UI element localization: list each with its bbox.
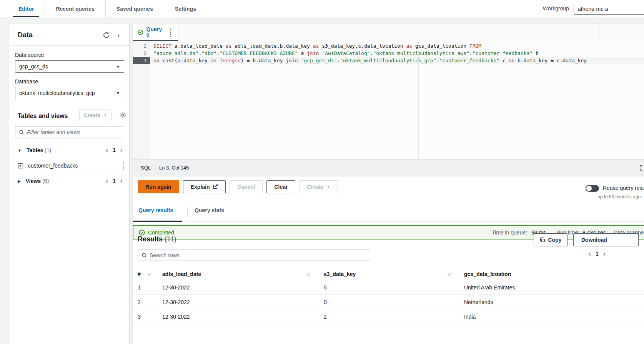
reuse-results-toggle[interactable] — [586, 185, 599, 192]
explain-button[interactable]: Explain — [183, 180, 226, 193]
query-editor-panel: Query 2 ⋮⋮⋮ 123 SELECT a.data_load_date … — [133, 23, 644, 344]
download-label: Download — [581, 237, 607, 243]
views-section-header[interactable]: ▶ Views (0) — [18, 178, 49, 184]
gear-icon[interactable] — [119, 111, 127, 119]
data-source-select[interactable]: gcp_gcs_ds ▼ — [15, 60, 124, 73]
code-line: on cast(a.data_key as integer) = b.data_… — [151, 57, 644, 64]
divider — [187, 207, 188, 217]
run-again-button[interactable]: Run again — [138, 180, 179, 193]
table-cell: 12-30-2022 — [162, 314, 190, 320]
create-button[interactable]: Create ▼ — [299, 180, 338, 193]
tables-section-header[interactable]: ▼ Tables (1) — [18, 147, 51, 153]
tab-recent-queries-label: Recent queries — [56, 6, 94, 12]
fullscreen-icon[interactable] — [640, 165, 644, 171]
search-rows-placeholder: Search rows — [150, 252, 180, 258]
triangle-right-icon: ▶ — [18, 179, 21, 183]
table-row[interactable]: 212-30-20220Netherlands — [133, 295, 644, 309]
search-icon — [141, 253, 147, 258]
page-next-icon[interactable]: › — [120, 177, 123, 184]
create-table-button[interactable]: Create ▼ — [79, 110, 111, 121]
tab-recent-queries[interactable]: Recent queries — [45, 0, 105, 17]
toggle-knob — [586, 186, 592, 191]
divider — [8, 106, 129, 106]
sql-code-editor[interactable]: 123 SELECT a.data_load_date as adls_load… — [133, 41, 644, 159]
editor-code-lines: SELECT a.data_load_date as adls_load_dat… — [151, 42, 644, 64]
chevron-down-icon: ▼ — [103, 113, 107, 117]
query-tab[interactable]: Query 2 ⋮⋮⋮ — [133, 23, 178, 41]
data-source-value: gcp_gcs_ds — [19, 63, 48, 70]
code-line: SELECT a.data_load_date as adls_load_dat… — [151, 42, 644, 50]
download-button[interactable]: Download — [573, 233, 639, 246]
views-pagination: ‹ 1 › — [106, 177, 123, 184]
column-filter-icon[interactable]: ▽ — [148, 272, 151, 277]
table-row[interactable]: 112-30-20225United Arab Emirates — [133, 280, 644, 295]
create-table-label: Create — [84, 112, 101, 118]
results-title: Results (11) — [138, 235, 176, 243]
active-tab-underline — [133, 221, 182, 222]
filter-tables-input[interactable]: Filter tables and views — [15, 126, 124, 138]
column-filter-icon[interactable]: ▽ — [307, 272, 310, 277]
reuse-results-sublabel: up to 60 minutes ago — [597, 194, 641, 199]
divider — [133, 221, 644, 222]
tab-editor-label: Editor — [18, 6, 34, 12]
refresh-icon[interactable] — [103, 32, 110, 39]
copy-label: Copy — [548, 237, 562, 243]
tab-query-stats-label: Query stats — [195, 207, 224, 213]
page-prev-icon[interactable]: ‹ — [106, 177, 108, 184]
editor-gutter: 123 — [133, 41, 150, 159]
results-page-number: 1 — [596, 251, 599, 257]
query-status-text: Completed — [148, 229, 174, 236]
table-cell: 2 — [324, 314, 327, 320]
table-item-customer-feedbacks[interactable]: customer_feedbacks — [18, 163, 78, 169]
results-pagination: ‹ 1 › — [589, 250, 606, 257]
column-header-adls-load-date[interactable]: adls_load_date — [162, 271, 201, 277]
copy-button[interactable]: Copy — [534, 233, 567, 246]
tab-query-results-label: Query results — [138, 207, 173, 213]
table-row[interactable]: 312-30-20222India — [133, 309, 644, 324]
check-circle-icon — [139, 229, 145, 236]
divider — [8, 160, 129, 160]
page-next-icon[interactable]: › — [603, 250, 606, 257]
page-prev-icon[interactable]: ‹ — [589, 250, 591, 257]
tab-editor[interactable]: Editor — [8, 0, 45, 17]
clear-button[interactable]: Clear — [266, 180, 295, 193]
workgroup-label: Workgroup — [543, 5, 569, 12]
run-again-label: Run again — [145, 184, 171, 190]
chevron-down-icon: ▼ — [116, 65, 120, 69]
triangle-down-icon: ▼ — [18, 148, 22, 153]
tab-saved-queries[interactable]: Saved queries — [106, 0, 164, 17]
table-cell: India — [464, 314, 476, 320]
line-number: 1 — [133, 42, 150, 50]
cursor-position: Ln 3, Col 145 — [159, 165, 189, 171]
table-cell: 1 — [138, 284, 141, 291]
cancel-label: Cancel — [237, 184, 255, 190]
page-prev-icon[interactable]: ‹ — [106, 146, 108, 153]
tab-query-stats[interactable]: Query stats — [195, 207, 224, 213]
divider — [599, 23, 599, 41]
column-header-s3-data-key[interactable]: s3_data_key — [324, 271, 356, 277]
query-tab-menu-icon[interactable]: ⋮⋮⋮ — [168, 30, 173, 35]
table-cell: Netherlands — [464, 299, 493, 305]
expand-plus-icon[interactable] — [18, 163, 23, 169]
collapse-panel-icon[interactable]: ‹ — [118, 31, 125, 39]
search-rows-input[interactable]: Search rows — [138, 249, 370, 261]
database-label: Database — [15, 78, 38, 85]
tab-query-results[interactable]: Query results — [138, 207, 173, 213]
column-header-gcs-data-lcoation[interactable]: gcs_data_lcoation — [464, 271, 511, 277]
results-title-text: Results — [138, 235, 163, 243]
tab-settings[interactable]: Settings — [164, 0, 207, 17]
database-select[interactable]: oktank_multicloudanalytics_gcp ▼ — [15, 87, 124, 99]
workgroup-select[interactable]: athena-mc-a — [574, 3, 644, 15]
cancel-button[interactable]: Cancel — [230, 180, 263, 193]
language-indicator: SQL — [141, 165, 151, 171]
table-item-menu-icon[interactable]: ⋮⋮⋮ — [121, 163, 126, 169]
query-tabbar: Query 2 ⋮⋮⋮ — [133, 23, 644, 41]
top-navigation: Editor Recent queries Saved queries Sett… — [0, 0, 644, 17]
column-header-index[interactable]: # — [138, 271, 141, 277]
column-filter-icon[interactable]: ▽ — [448, 272, 451, 277]
table-item-label: customer_feedbacks — [28, 163, 78, 169]
table-cell: 3 — [138, 314, 141, 320]
clear-label: Clear — [274, 184, 288, 190]
page-next-icon[interactable]: › — [120, 146, 123, 153]
table-cell: United Arab Emirates — [464, 284, 515, 291]
